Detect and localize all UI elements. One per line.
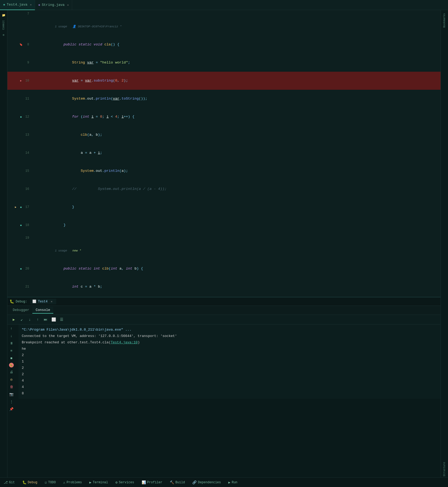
gutter-8: 🔖 8 xyxy=(7,36,31,54)
debug-panel: 🐛 Debug: ⬜ Test4 ✕ Debugger Console ▶ ↙ … xyxy=(7,297,441,477)
delete-icon[interactable]: 🗑 xyxy=(8,384,14,390)
structure-label[interactable]: Structure xyxy=(442,461,446,477)
todo-tool[interactable]: ☑ TODO xyxy=(43,479,58,486)
bottom-toolbar: ⎇ Git 🐛 Debug ☑ TODO ⚠ Problems ▶ Termin… xyxy=(0,477,448,487)
gutter-16: 16 xyxy=(7,180,31,198)
stop-icon[interactable]: ■ xyxy=(8,355,14,361)
gutter-15: 15 xyxy=(7,162,31,180)
gutter-13: 13 xyxy=(7,126,31,144)
test4-icon: ◈ xyxy=(3,3,5,7)
gutter-18: ◼ 18 xyxy=(7,216,31,234)
gutter-14: 14 xyxy=(7,144,31,162)
code-line-19: 19 xyxy=(7,234,441,242)
tab-debugger[interactable]: Debugger xyxy=(10,307,32,314)
console-line-6: 1 xyxy=(22,358,437,365)
tab-test4-close[interactable]: ✕ xyxy=(30,3,32,6)
services-tool[interactable]: ⚙ Services xyxy=(114,479,136,486)
code-line-18: ◼ 18 } xyxy=(7,216,441,234)
console-area: "C:\Program Files\Java\jdk1.8.0_211\bin\… xyxy=(19,324,441,399)
step-over-btn[interactable]: ↙ xyxy=(19,317,25,323)
debug-session-name: Test4 xyxy=(38,300,47,304)
editor-area: 7 1 usage 👤 DESKTOP-OC0T4C0\Franciz * 🔖 xyxy=(7,10,441,477)
console-output: ↑ ↓ ⏸ ≡ ■ 🐛 🖨 ◎ 🗑 📷 ⋮ 📌 "C:\Progra xyxy=(7,324,441,413)
services-label: Services xyxy=(119,481,134,484)
gutter-22: 22 xyxy=(7,296,31,297)
problems-label: Problems xyxy=(67,481,82,484)
code-line-14: 14 a = a + i; xyxy=(7,144,441,162)
profiler-tool[interactable]: 📊 Profiler xyxy=(140,479,164,486)
console-left-icons: ↑ ↓ ⏸ ≡ ■ 🐛 🖨 ◎ 🗑 📷 ⋮ 📌 xyxy=(7,324,15,413)
breakpoint-17[interactable]: ▶ xyxy=(14,205,18,209)
more-icon[interactable]: ⋮ xyxy=(8,399,14,405)
run-label: Run xyxy=(232,481,237,484)
debug-bottom-label: Debug xyxy=(28,481,37,484)
console-line-2: Connected to the target VM, address: '12… xyxy=(22,333,437,339)
step-into-btn[interactable]: ↓ xyxy=(27,317,33,323)
bookmark-8: 🔖 xyxy=(19,43,23,46)
code-line-9: 9 String var = "hello world"; xyxy=(7,54,441,72)
gutter-meta2 xyxy=(7,242,31,260)
problems-icon: ⚠ xyxy=(63,480,65,485)
tab-string-close[interactable]: ✕ xyxy=(67,3,69,7)
evaluate-btn[interactable]: ⬜ xyxy=(50,317,57,323)
terminal-label: Terminal xyxy=(93,481,108,484)
breakpoint-10[interactable]: ▶ xyxy=(19,79,23,83)
run-tool[interactable]: ▶ Run xyxy=(227,479,239,486)
tab-test4-label: Test4.java xyxy=(7,3,27,7)
commit-label[interactable]: Commit xyxy=(2,19,6,31)
services-icon: ⚙ xyxy=(115,480,118,485)
build-tool[interactable]: 🔨 Build xyxy=(168,479,186,486)
tab-string[interactable]: ◈ String.java ✕ xyxy=(35,0,72,10)
project-icon[interactable]: 📁 xyxy=(1,12,7,18)
terminal-tool[interactable]: ▶ Terminal xyxy=(88,479,110,486)
dependencies-label: Dependencies xyxy=(198,481,221,484)
left-sidebar: 📁 Commit ⊕ xyxy=(0,10,7,477)
step-out-btn[interactable]: ↑ xyxy=(34,317,41,323)
console-line-8: 2 xyxy=(22,371,437,378)
code-container[interactable]: 7 1 usage 👤 DESKTOP-OC0T4C0\Franciz * 🔖 xyxy=(7,10,441,297)
problems-tool[interactable]: ⚠ Problems xyxy=(62,479,83,486)
debug-icon[interactable]: 🐛 xyxy=(9,363,14,368)
bookmark-17: ◼ xyxy=(19,205,23,209)
bookmarks-label[interactable]: Bookmarks xyxy=(442,12,446,29)
frames-btn[interactable]: ☰ xyxy=(58,317,65,323)
code-line-21: 21 int c = a * b; xyxy=(7,278,441,296)
console-line-5: 2 xyxy=(22,352,437,358)
console-main[interactable]: "C:\Program Files\Java\jdk1.8.0_211\bin\… xyxy=(19,324,441,413)
debug-session-close[interactable]: ✕ xyxy=(49,299,54,304)
code-line-13: 13 clb(a, b); xyxy=(7,126,441,144)
git-tool[interactable]: ⎇ Git xyxy=(2,479,16,486)
profiler-icon: 📊 xyxy=(142,480,146,485)
tab-console[interactable]: Console xyxy=(32,307,53,314)
console-line-9: 4 xyxy=(22,378,437,384)
dependencies-tool[interactable]: 🔗 Dependencies xyxy=(191,479,222,486)
settings-icon[interactable]: ≡ xyxy=(8,348,14,354)
build-label: Build xyxy=(175,481,185,484)
console-line-4: he xyxy=(22,346,437,352)
print-icon[interactable]: 🖨 xyxy=(8,369,14,375)
string-icon: ◈ xyxy=(38,3,40,7)
bookmark-12: ◼ xyxy=(19,115,23,119)
scroll-up-icon[interactable]: ↑ xyxy=(8,326,14,331)
bookmark-18: ◼ xyxy=(19,223,23,227)
code-line-22: 22 System.out.println(c); xyxy=(7,296,441,297)
gutter-20: ◼ 20 xyxy=(7,260,31,278)
code-line-12: ◼ 12 for (int i = 0; i < 4; i++) { xyxy=(7,108,441,126)
scroll-down-icon[interactable]: ↓ xyxy=(8,333,14,339)
gutter-7: 7 xyxy=(7,10,31,18)
run-to-cursor-btn[interactable]: ⏭ xyxy=(42,317,49,323)
pause-console-icon[interactable]: ⏸ xyxy=(8,340,14,346)
meta-info-2: 1 usage new * xyxy=(55,249,81,252)
meta-line-1: 1 usage 👤 DESKTOP-OC0T4C0\Franciz * xyxy=(7,18,441,36)
todo-icon: ☑ xyxy=(45,480,47,485)
resume-btn[interactable]: ▶ xyxy=(11,317,17,323)
watch-icon[interactable]: ◎ xyxy=(8,377,14,382)
debug-session-bar: 🐛 Debug: ⬜ Test4 ✕ xyxy=(7,297,441,306)
gutter-10: ▶ 10 xyxy=(7,72,31,90)
camera-icon[interactable]: 📷 xyxy=(8,391,14,397)
profiler-label: Profiler xyxy=(147,481,163,484)
debug-tool[interactable]: 🐛 Debug xyxy=(21,479,39,486)
pin-icon[interactable]: 📌 xyxy=(8,406,14,412)
merge-icon[interactable]: ⊕ xyxy=(1,32,7,38)
tab-test4[interactable]: ◈ Test4.java ✕ xyxy=(0,0,35,10)
